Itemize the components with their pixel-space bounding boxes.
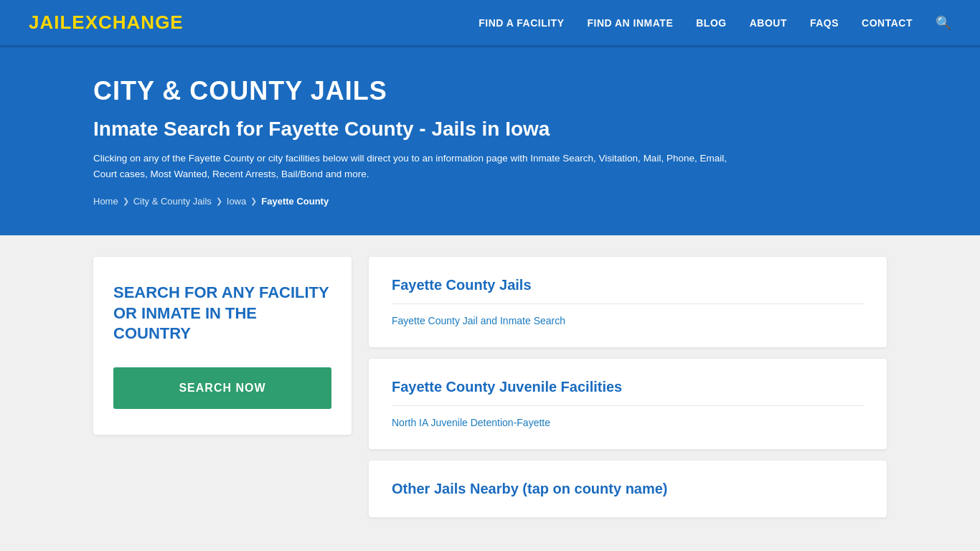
breadcrumb: Home ❯ City & County Jails ❯ Iowa ❯ Faye… — [93, 196, 951, 207]
card-divider-1 — [392, 303, 864, 304]
nav-blog[interactable]: BLOG — [696, 17, 726, 29]
main-nav: FIND A FACILITY FIND AN INMATE BLOG ABOU… — [479, 15, 951, 31]
breadcrumb-current: Fayette County — [261, 196, 329, 207]
card-divider-2 — [392, 405, 864, 406]
hero-title: Inmate Search for Fayette County - Jails… — [93, 118, 951, 141]
logo[interactable]: JAILEXCHANGE — [29, 11, 184, 34]
breadcrumb-home[interactable]: Home — [93, 196, 118, 207]
header: JAILEXCHANGE FIND A FACILITY FIND AN INM… — [0, 0, 980, 47]
facility-title-nearby[interactable]: Other Jails Nearby (tap on county name) — [392, 481, 864, 497]
hero-category: CITY & COUNTY JAILS — [93, 76, 951, 106]
nav-find-facility[interactable]: FIND A FACILITY — [479, 17, 564, 29]
facilities-panel: Fayette County Jails Fayette County Jail… — [369, 257, 887, 517]
search-now-button[interactable]: SEARCH NOW — [113, 367, 331, 409]
logo-jail: JAIL — [29, 11, 72, 33]
facility-card-juvenile: Fayette County Juvenile Facilities North… — [369, 359, 887, 449]
breadcrumb-sep-3: ❯ — [250, 197, 257, 206]
facility-title-juvenile[interactable]: Fayette County Juvenile Facilities — [392, 379, 864, 395]
breadcrumb-sep-1: ❯ — [123, 197, 129, 206]
facility-title-jails[interactable]: Fayette County Jails — [392, 277, 864, 293]
nav-faqs[interactable]: FAQs — [810, 17, 839, 29]
facility-link-jail-search[interactable]: Fayette County Jail and Inmate Search — [392, 315, 565, 326]
facility-card-nearby: Other Jails Nearby (tap on county name) — [369, 461, 887, 517]
breadcrumb-sep-2: ❯ — [216, 197, 222, 206]
hero-description: Clicking on any of the Fayette County or… — [93, 151, 739, 182]
nav-find-inmate[interactable]: FIND AN INMATE — [587, 17, 673, 29]
hero-section: CITY & COUNTY JAILS Inmate Search for Fa… — [0, 47, 980, 235]
main-content: SEARCH FOR ANY FACILITY OR INMATE IN THE… — [0, 235, 980, 546]
breadcrumb-iowa[interactable]: Iowa — [227, 196, 246, 207]
search-icon[interactable]: 🔍 — [936, 15, 951, 31]
facility-card-jails: Fayette County Jails Fayette County Jail… — [369, 257, 887, 347]
search-cta-text: SEARCH FOR ANY FACILITY OR INMATE IN THE… — [113, 283, 331, 344]
breadcrumb-city-county[interactable]: City & County Jails — [133, 196, 212, 207]
logo-exchange: EXCHANGE — [72, 11, 183, 33]
nav-about[interactable]: ABOUT — [750, 17, 787, 29]
nav-contact[interactable]: CONTACT — [862, 17, 913, 29]
facility-link-juvenile[interactable]: North IA Juvenile Detention-Fayette — [392, 417, 550, 428]
search-panel: SEARCH FOR ANY FACILITY OR INMATE IN THE… — [93, 257, 352, 435]
